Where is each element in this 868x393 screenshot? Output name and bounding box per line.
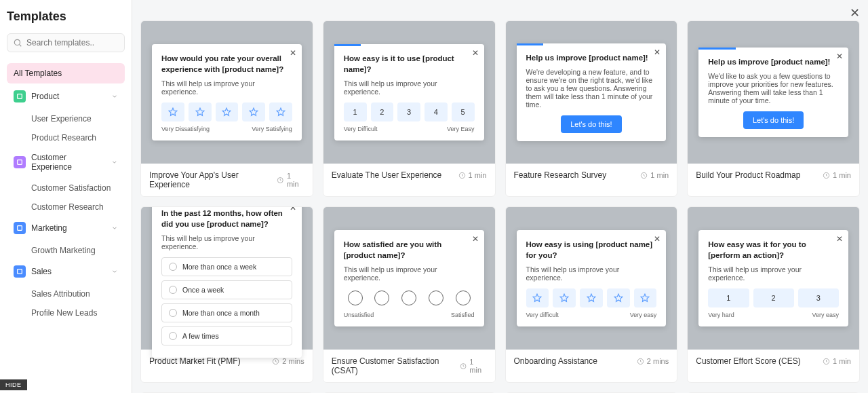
sidebar-group-label: Customer Experience <box>31 153 106 172</box>
main-area: ✕ ✕ How would you rate your overall expe… <box>132 0 868 393</box>
rating-number[interactable]: 2 <box>753 288 794 307</box>
template-card[interactable]: ✕ How satisfied are you with [product na… <box>323 206 496 383</box>
survey-question: How easy was it for you to [perform an a… <box>708 240 839 261</box>
rating-number[interactable]: 1 <box>708 288 749 307</box>
survey-subtext: This will help us improve your experienc… <box>161 234 292 250</box>
svg-marker-9 <box>250 108 258 115</box>
template-card[interactable]: ✕ How easy is it to use [product name]? … <box>323 20 496 197</box>
svg-marker-21 <box>642 294 650 301</box>
rating-number[interactable]: 3 <box>397 102 420 121</box>
close-icon[interactable]: ✕ <box>290 48 296 58</box>
rating-face[interactable] <box>397 288 420 307</box>
svg-rect-5 <box>18 269 22 274</box>
rating-face[interactable] <box>344 288 367 307</box>
rating-face[interactable] <box>371 288 394 307</box>
category-icon <box>14 222 26 234</box>
card-time: 1 min <box>823 171 851 179</box>
survey-question: How easy is using [product name] for you… <box>526 240 657 261</box>
sidebar-group-label: Marketing <box>31 223 67 233</box>
sidebar-sub-3-1[interactable]: Profile New Leads <box>7 303 125 322</box>
radio-option[interactable]: Once a week <box>161 280 292 299</box>
sidebar-group-3[interactable]: Sales <box>7 260 125 283</box>
rating-number[interactable]: 3 <box>798 288 839 307</box>
close-icon[interactable]: ✕ <box>654 48 660 57</box>
rating-star[interactable] <box>216 102 239 121</box>
card-title: Improve Your App's User Experience <box>149 170 277 189</box>
rating-number[interactable]: 1 <box>344 102 367 121</box>
sidebar-sub-0-0[interactable]: User Experience <box>7 109 125 128</box>
card-time: 1 min <box>640 171 669 179</box>
svg-line-1 <box>20 45 22 47</box>
sidebar-sub-1-1[interactable]: Customer Research <box>7 198 125 217</box>
rating-star[interactable] <box>189 102 212 121</box>
rating-star[interactable] <box>269 102 292 121</box>
radio-option[interactable]: More than once a week <box>161 257 292 276</box>
rating-star[interactable] <box>526 288 549 307</box>
card-title: Feature Research Survey <box>514 170 607 180</box>
rating-star[interactable] <box>242 102 265 121</box>
template-card[interactable]: ✕ How easy is using [product name] for y… <box>505 206 678 383</box>
svg-marker-7 <box>196 108 204 115</box>
search-input[interactable] <box>26 38 119 48</box>
rating-number[interactable]: 4 <box>425 102 448 121</box>
svg-marker-20 <box>614 294 623 301</box>
template-card[interactable]: ✕ How easy was it for you to [perform an… <box>687 206 860 383</box>
rating-number[interactable]: 5 <box>452 102 475 121</box>
sidebar-group-label: Sales <box>31 267 52 276</box>
template-card[interactable]: ✕ Help us improve [product name]! We're … <box>505 20 678 197</box>
sidebar-group-1[interactable]: Customer Experience <box>7 147 125 177</box>
rating-number[interactable]: 2 <box>371 102 394 121</box>
close-icon[interactable]: ✕ <box>836 234 843 244</box>
close-icon[interactable]: ✕ <box>654 234 660 244</box>
survey-preview: ✕ How easy is using [product name] for y… <box>517 230 667 326</box>
rating-star[interactable] <box>607 288 630 307</box>
hide-badge[interactable]: HIDE <box>0 379 27 390</box>
radio-option[interactable]: More than once a month <box>161 303 292 322</box>
rating-star[interactable] <box>161 102 184 121</box>
close-icon[interactable]: ✕ <box>290 206 296 212</box>
card-title: Evaluate The User Experience <box>332 170 442 180</box>
survey-subtext: This will help us improve your experienc… <box>161 79 292 96</box>
close-icon[interactable]: ✕ <box>850 5 860 20</box>
survey-preview: ✕ Help us improve [product name]! We'd l… <box>698 48 848 137</box>
close-icon[interactable]: ✕ <box>472 234 479 244</box>
survey-subtext: We'd like to ask you a few questions to … <box>708 72 839 105</box>
survey-preview: ✕ How would you rate your overall experi… <box>152 44 302 140</box>
radio-option[interactable]: A few times <box>161 326 292 345</box>
svg-rect-4 <box>18 226 22 231</box>
rating-star[interactable] <box>634 288 657 307</box>
rating-star[interactable] <box>580 288 603 307</box>
sidebar-sub-2-0[interactable]: Growth Marketing <box>7 241 125 260</box>
search-icon <box>13 38 22 48</box>
sidebar-sub-3-0[interactable]: Sales Attribution <box>7 284 125 303</box>
search-box[interactable] <box>7 33 125 52</box>
svg-marker-17 <box>534 294 542 301</box>
rating-face[interactable] <box>425 288 448 307</box>
template-card[interactable]: ✕ How would you rate your overall experi… <box>140 20 313 197</box>
cta-button[interactable]: Let's do this! <box>743 111 804 129</box>
survey-preview: ✕ In the past 12 months, how often did y… <box>152 206 302 358</box>
card-time: 1 min <box>460 358 486 374</box>
rating-face[interactable] <box>452 288 475 307</box>
cta-button[interactable]: Let's do this! <box>561 115 621 133</box>
sidebar-sub-0-1[interactable]: Product Research <box>7 128 125 147</box>
card-time: 1 min <box>277 172 304 188</box>
card-title: Onboarding Assistance <box>514 356 597 366</box>
survey-question: In the past 12 months, how often did you… <box>161 208 292 229</box>
svg-rect-2 <box>18 94 22 99</box>
survey-preview: ✕ How satisfied are you with [product na… <box>334 230 484 326</box>
sidebar-group-0[interactable]: Product <box>7 85 125 108</box>
survey-subtext: This will help us improve your experienc… <box>344 265 475 282</box>
category-icon <box>14 265 26 278</box>
svg-point-0 <box>14 39 20 45</box>
sidebar-item-all[interactable]: All Templates <box>7 63 125 83</box>
card-title: Ensure Customer Satisfaction (CSAT) <box>332 356 460 375</box>
svg-marker-6 <box>169 108 177 115</box>
template-card[interactable]: ✕ Help us improve [product name]! We'd l… <box>687 20 860 197</box>
rating-star[interactable] <box>553 288 576 307</box>
close-icon[interactable]: ✕ <box>836 52 843 61</box>
sidebar-group-2[interactable]: Marketing <box>7 217 125 240</box>
template-card[interactable]: ✕ In the past 12 months, how often did y… <box>140 206 313 383</box>
sidebar-sub-1-0[interactable]: Customer Satisfaction <box>7 179 125 198</box>
close-icon[interactable]: ✕ <box>472 48 479 58</box>
